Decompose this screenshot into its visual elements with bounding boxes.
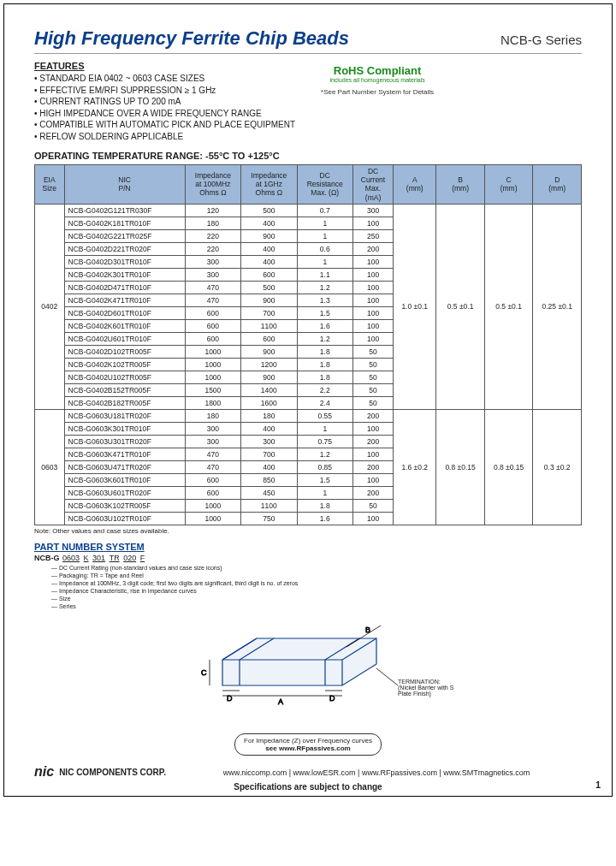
cell-pn: NCB-G0402K471TR010F [64, 294, 185, 306]
cell-z100: 1000 [185, 371, 240, 383]
cell-z100: 1000 [185, 345, 240, 358]
cell-z100: 120 [185, 204, 240, 216]
cell-dcr: 1.8 [297, 371, 352, 383]
cell-z100: 1000 [185, 358, 240, 371]
cell-z100: 600 [185, 332, 240, 345]
cell-dcr: 1.2 [297, 332, 352, 345]
cell-dcc: 250 [352, 229, 393, 242]
feature-item: STANDARD EIA 0402 ~ 0603 CASE SIZES [34, 73, 295, 85]
cell-dcr: 1.1 [297, 268, 352, 281]
cell-dcc: 100 [352, 268, 393, 281]
cell-z100: 1800 [185, 396, 240, 409]
cell-z100: 1000 [185, 499, 240, 512]
feature-item: EFFECTIVE EM/RFI SUPPRESSION ≥ 1 GHz [34, 85, 295, 97]
cell-z100: 300 [185, 435, 240, 448]
features-heading: FEATURES [34, 61, 295, 71]
cell-z1g: 450 [241, 486, 297, 499]
series-label: NCB-G Series [500, 33, 582, 47]
cell-dcr: 1.8 [297, 358, 352, 371]
svg-text:D: D [227, 694, 233, 703]
cell-pn: NCB-G0402D301TR010F [64, 255, 185, 268]
cell-dcr: 0.75 [297, 435, 352, 448]
feature-item: HIGH IMPEDANCE OVER A WIDE FREQUENCY RAN… [34, 108, 295, 120]
cell-pn: NCB-G0402K102TR005F [64, 358, 185, 371]
cell-dcc: 100 [352, 473, 393, 486]
cell-dcr: 1.5 [297, 306, 352, 319]
svg-text:A: A [278, 697, 283, 706]
pns-label: — Size [51, 595, 582, 602]
feature-item: CURRENT RATINGS UP TO 200 mA [34, 96, 295, 108]
cell-dcr: 0.6 [297, 242, 352, 255]
operating-temp: OPERATING TEMPERATURE RANGE: -55°C TO +1… [34, 151, 582, 161]
cell-dcc: 100 [352, 306, 393, 319]
pns-label: — Impedance Characteristic, rise in impe… [51, 587, 582, 595]
cell-pn: NCB-G0603U301TR020F [64, 435, 185, 448]
footer-sites: www.niccomp.com | www.lowESR.com | www.R… [171, 768, 582, 777]
cell-dim-a: 1.0 ±0.1 [394, 204, 436, 409]
cell-dcc: 200 [352, 242, 393, 255]
cell-pn: NCB-G0603K301TR010F [64, 422, 185, 435]
cell-dcr: 1.3 [297, 294, 352, 306]
cell-dcr: 1.8 [297, 345, 352, 358]
cell-z100: 600 [185, 306, 240, 319]
page-number: 1 [595, 780, 601, 790]
impedance-note-line1: For Impedance (Z) over Frequency curves [244, 737, 372, 744]
cell-dcc: 100 [352, 319, 393, 332]
table-row: 0402NCB-G0402G121TR030F1205000.73001.0 ±… [35, 204, 582, 216]
cell-dcr: 1.6 [297, 512, 352, 525]
cell-dim-b: 0.5 ±0.1 [436, 204, 485, 409]
cell-z100: 180 [185, 409, 240, 422]
cell-z1g: 1600 [241, 396, 297, 409]
pns-label: — Series [51, 602, 582, 610]
cell-pn: NCB-G0402D221TR020F [64, 242, 185, 255]
cell-dim-d: 0.3 ±0.2 [533, 409, 582, 525]
impedance-note-line2: see www.RFpassives.com [244, 744, 372, 752]
cell-dcr: 2.4 [297, 396, 352, 409]
cell-size: 0402 [35, 204, 65, 409]
feature-item: COMPATIBLE WITH AUTOMATIC PICK AND PLACE… [34, 119, 295, 131]
cell-dcc: 50 [352, 396, 393, 409]
th-dcr: DCResistanceMax. (Ω) [297, 165, 352, 205]
spec-table: EIASize NICP/N Impedanceat 100MHzOhms Ω … [34, 164, 582, 525]
cell-pn: NCB-G0603U471TR020F [64, 460, 185, 473]
svg-line-10 [376, 668, 398, 685]
cell-pn: NCB-G0402D102TR005F [64, 345, 185, 358]
rohs-badge: RoHS Compliant includes all homogeneous … [321, 64, 434, 142]
cell-dcr: 1.6 [297, 319, 352, 332]
cell-dcr: 0.55 [297, 409, 352, 422]
cell-dcc: 200 [352, 460, 393, 473]
pns-label: — Impedance at 100MHz, 3 digit code; fir… [51, 579, 582, 587]
cell-dcr: 0.7 [297, 204, 352, 216]
pns-part: 0603 [62, 554, 80, 562]
cell-z1g: 1200 [241, 358, 297, 371]
cell-dcc: 50 [352, 371, 393, 383]
cell-dcc: 300 [352, 204, 393, 216]
cell-dim-c: 0.5 ±0.1 [484, 204, 533, 409]
cell-dcr: 1.5 [297, 473, 352, 486]
termination-label: TERMINATION: (Nickel Barrier with Sn Pla… [398, 679, 453, 697]
cell-dcc: 100 [352, 512, 393, 525]
cell-dcc: 100 [352, 281, 393, 294]
cell-z1g: 400 [241, 242, 297, 255]
page-title: High Frequency Ferrite Chip Beads [34, 27, 349, 50]
cell-z100: 600 [185, 486, 240, 499]
cell-pn: NCB-G0402G221TR025F [64, 229, 185, 242]
cell-z1g: 850 [241, 473, 297, 486]
cell-z100: 1000 [185, 512, 240, 525]
pns-heading: PART NUMBER SYSTEM [34, 542, 582, 552]
cell-z1g: 900 [241, 345, 297, 358]
cell-pn: NCB-G0402K181TR010F [64, 216, 185, 229]
cell-pn: NCB-G0402K601TR010F [64, 319, 185, 332]
pns-part: 020 [123, 554, 136, 562]
cell-dcc: 50 [352, 345, 393, 358]
cell-z1g: 500 [241, 204, 297, 216]
cell-dcr: 2.2 [297, 383, 352, 396]
cell-dcc: 100 [352, 294, 393, 306]
cell-z1g: 900 [241, 294, 297, 306]
cell-dim-b: 0.8 ±0.15 [436, 409, 485, 525]
cell-dcc: 200 [352, 409, 393, 422]
th-d: D(mm) [533, 165, 582, 205]
cell-pn: NCB-G0603K471TR010F [64, 448, 185, 460]
table-note: Note: Other values and case sizes availa… [34, 527, 582, 535]
cell-pn: NCB-G0402G121TR030F [64, 204, 185, 216]
